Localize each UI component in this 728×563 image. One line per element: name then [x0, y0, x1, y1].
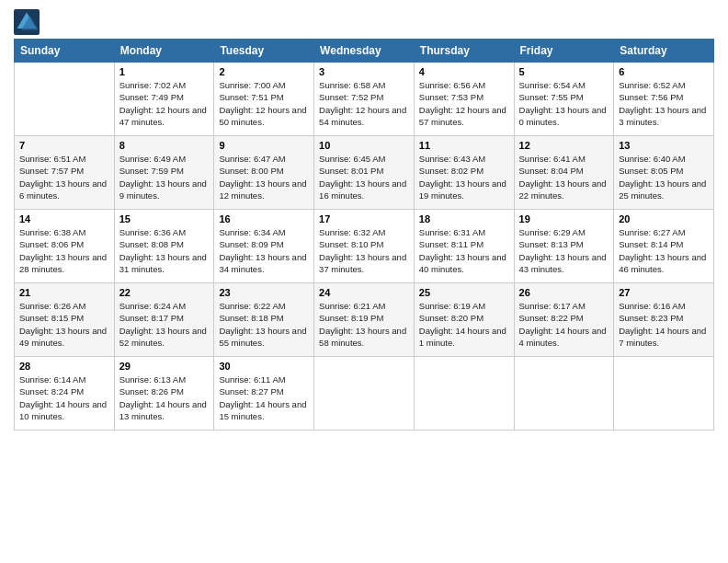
day-info: Sunrise: 7:00 AMSunset: 7:51 PMDaylight:…	[219, 80, 306, 127]
day-info: Sunrise: 6:21 AMSunset: 8:19 PMDaylight:…	[319, 301, 406, 348]
calendar-day: 20Sunrise: 6:27 AMSunset: 8:14 PMDayligh…	[614, 210, 714, 283]
calendar-week-4: 21Sunrise: 6:26 AMSunset: 8:15 PMDayligh…	[15, 283, 714, 357]
calendar-day: 9Sunrise: 6:47 AMSunset: 8:00 PMDaylight…	[214, 136, 314, 210]
day-number: 22	[119, 287, 210, 298]
calendar-week-1: 1Sunrise: 7:02 AMSunset: 7:49 PMDaylight…	[15, 63, 714, 136]
day-info: Sunrise: 6:58 AMSunset: 7:52 PMDaylight:…	[319, 80, 406, 127]
logo	[14, 9, 43, 35]
calendar-body: 1Sunrise: 7:02 AMSunset: 7:49 PMDaylight…	[15, 63, 714, 431]
calendar-day: 13Sunrise: 6:40 AMSunset: 8:05 PMDayligh…	[614, 136, 714, 210]
day-number: 21	[19, 287, 109, 298]
calendar-day: 18Sunrise: 6:31 AMSunset: 8:11 PMDayligh…	[414, 210, 514, 283]
calendar-day: 14Sunrise: 6:38 AMSunset: 8:06 PMDayligh…	[15, 210, 115, 283]
day-number: 11	[419, 140, 509, 151]
day-info: Sunrise: 6:36 AMSunset: 8:08 PMDaylight:…	[119, 227, 207, 274]
day-number: 15	[119, 213, 210, 224]
calendar-day: 11Sunrise: 6:43 AMSunset: 8:02 PMDayligh…	[414, 136, 514, 210]
day-info: Sunrise: 6:49 AMSunset: 7:59 PMDaylight:…	[119, 154, 207, 201]
day-number: 12	[519, 140, 609, 151]
day-number: 29	[119, 361, 210, 372]
calendar-day	[614, 357, 714, 431]
day-info: Sunrise: 6:32 AMSunset: 8:10 PMDaylight:…	[319, 227, 406, 274]
calendar-day: 3Sunrise: 6:58 AMSunset: 7:52 PMDaylight…	[314, 63, 415, 136]
day-number: 8	[119, 140, 210, 151]
day-info: Sunrise: 6:27 AMSunset: 8:14 PMDaylight:…	[619, 227, 706, 274]
day-number: 10	[319, 140, 409, 151]
calendar-week-2: 7Sunrise: 6:51 AMSunset: 7:57 PMDaylight…	[15, 136, 714, 210]
day-number: 24	[319, 287, 409, 298]
calendar-day: 26Sunrise: 6:17 AMSunset: 8:22 PMDayligh…	[514, 283, 614, 357]
calendar-day: 15Sunrise: 6:36 AMSunset: 8:08 PMDayligh…	[114, 210, 214, 283]
day-info: Sunrise: 6:51 AMSunset: 7:57 PMDaylight:…	[19, 154, 107, 201]
calendar-header: Sunday Monday Tuesday Wednesday Thursday…	[15, 40, 714, 63]
calendar-day: 6Sunrise: 6:52 AMSunset: 7:56 PMDaylight…	[614, 63, 714, 136]
calendar-table: Sunday Monday Tuesday Wednesday Thursday…	[14, 39, 714, 431]
day-number: 2	[219, 66, 309, 77]
day-number: 25	[419, 287, 509, 298]
main-container: Sunday Monday Tuesday Wednesday Thursday…	[0, 0, 728, 440]
calendar-day: 10Sunrise: 6:45 AMSunset: 8:01 PMDayligh…	[314, 136, 415, 210]
day-info: Sunrise: 6:54 AMSunset: 7:55 PMDaylight:…	[519, 80, 607, 127]
day-number: 4	[419, 66, 509, 77]
calendar-day	[414, 357, 514, 431]
day-info: Sunrise: 6:17 AMSunset: 8:22 PMDaylight:…	[519, 301, 607, 348]
col-monday: Monday	[114, 40, 214, 63]
day-info: Sunrise: 6:47 AMSunset: 8:00 PMDaylight:…	[219, 154, 306, 201]
calendar-day: 24Sunrise: 6:21 AMSunset: 8:19 PMDayligh…	[314, 283, 415, 357]
day-info: Sunrise: 6:26 AMSunset: 8:15 PMDaylight:…	[19, 301, 107, 348]
day-info: Sunrise: 6:43 AMSunset: 8:02 PMDaylight:…	[419, 154, 506, 201]
calendar-day	[15, 63, 115, 136]
calendar-day	[314, 357, 415, 431]
day-number: 13	[619, 140, 709, 151]
calendar-day: 16Sunrise: 6:34 AMSunset: 8:09 PMDayligh…	[214, 210, 314, 283]
calendar-day: 2Sunrise: 7:00 AMSunset: 7:51 PMDaylight…	[214, 63, 314, 136]
day-number: 7	[19, 140, 109, 151]
day-number: 9	[219, 140, 309, 151]
col-tuesday: Tuesday	[214, 40, 314, 63]
day-info: Sunrise: 6:19 AMSunset: 8:20 PMDaylight:…	[419, 301, 506, 348]
calendar-day: 22Sunrise: 6:24 AMSunset: 8:17 PMDayligh…	[114, 283, 214, 357]
header-row: Sunday Monday Tuesday Wednesday Thursday…	[15, 40, 714, 63]
day-info: Sunrise: 6:11 AMSunset: 8:27 PMDaylight:…	[219, 374, 306, 421]
day-info: Sunrise: 6:56 AMSunset: 7:53 PMDaylight:…	[419, 80, 506, 127]
day-number: 6	[619, 66, 709, 77]
calendar-day: 8Sunrise: 6:49 AMSunset: 7:59 PMDaylight…	[114, 136, 214, 210]
day-info: Sunrise: 6:29 AMSunset: 8:13 PMDaylight:…	[519, 227, 607, 274]
calendar-day: 5Sunrise: 6:54 AMSunset: 7:55 PMDaylight…	[514, 63, 614, 136]
day-number: 1	[119, 66, 210, 77]
day-number: 14	[19, 213, 109, 224]
day-info: Sunrise: 6:52 AMSunset: 7:56 PMDaylight:…	[619, 80, 706, 127]
day-info: Sunrise: 6:38 AMSunset: 8:06 PMDaylight:…	[19, 227, 107, 274]
logo-icon	[14, 9, 40, 35]
calendar-day: 17Sunrise: 6:32 AMSunset: 8:10 PMDayligh…	[314, 210, 415, 283]
col-sunday: Sunday	[15, 40, 115, 63]
calendar-day: 23Sunrise: 6:22 AMSunset: 8:18 PMDayligh…	[214, 283, 314, 357]
calendar-day: 25Sunrise: 6:19 AMSunset: 8:20 PMDayligh…	[414, 283, 514, 357]
calendar-day: 29Sunrise: 6:13 AMSunset: 8:26 PMDayligh…	[114, 357, 214, 431]
calendar-day: 30Sunrise: 6:11 AMSunset: 8:27 PMDayligh…	[214, 357, 314, 431]
calendar-day: 4Sunrise: 6:56 AMSunset: 7:53 PMDaylight…	[414, 63, 514, 136]
calendar-day: 21Sunrise: 6:26 AMSunset: 8:15 PMDayligh…	[15, 283, 115, 357]
day-number: 18	[419, 213, 509, 224]
day-info: Sunrise: 6:31 AMSunset: 8:11 PMDaylight:…	[419, 227, 506, 274]
day-number: 16	[219, 213, 309, 224]
day-number: 5	[519, 66, 609, 77]
col-saturday: Saturday	[614, 40, 714, 63]
day-info: Sunrise: 6:34 AMSunset: 8:09 PMDaylight:…	[219, 227, 306, 274]
day-info: Sunrise: 6:41 AMSunset: 8:04 PMDaylight:…	[519, 154, 607, 201]
day-number: 28	[19, 361, 109, 372]
calendar-day: 28Sunrise: 6:14 AMSunset: 8:24 PMDayligh…	[15, 357, 115, 431]
calendar-day: 7Sunrise: 6:51 AMSunset: 7:57 PMDaylight…	[15, 136, 115, 210]
day-info: Sunrise: 6:14 AMSunset: 8:24 PMDaylight:…	[19, 374, 107, 421]
calendar-day: 27Sunrise: 6:16 AMSunset: 8:23 PMDayligh…	[614, 283, 714, 357]
calendar-day: 19Sunrise: 6:29 AMSunset: 8:13 PMDayligh…	[514, 210, 614, 283]
day-info: Sunrise: 6:22 AMSunset: 8:18 PMDaylight:…	[219, 301, 306, 348]
day-number: 23	[219, 287, 309, 298]
calendar-day: 1Sunrise: 7:02 AMSunset: 7:49 PMDaylight…	[114, 63, 214, 136]
calendar-day: 12Sunrise: 6:41 AMSunset: 8:04 PMDayligh…	[514, 136, 614, 210]
calendar-week-3: 14Sunrise: 6:38 AMSunset: 8:06 PMDayligh…	[15, 210, 714, 283]
calendar-week-5: 28Sunrise: 6:14 AMSunset: 8:24 PMDayligh…	[15, 357, 714, 431]
day-info: Sunrise: 6:16 AMSunset: 8:23 PMDaylight:…	[619, 301, 706, 348]
col-friday: Friday	[514, 40, 614, 63]
day-number: 3	[319, 66, 409, 77]
